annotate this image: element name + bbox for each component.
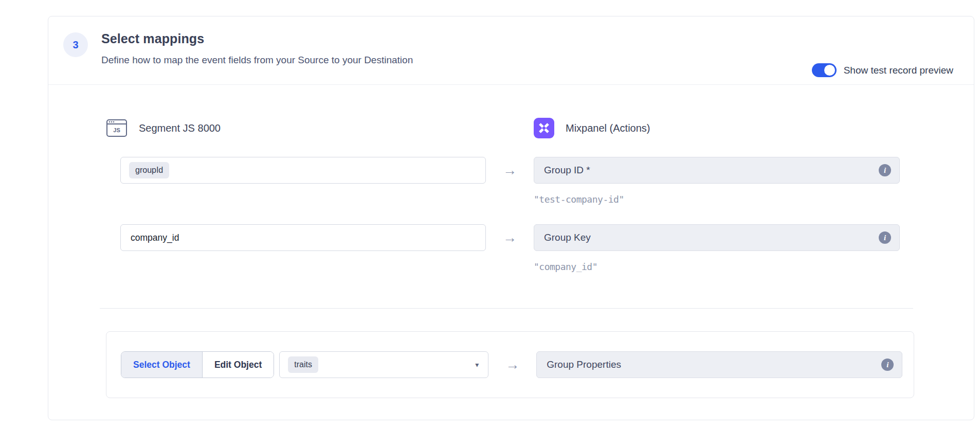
section-divider: [100, 308, 913, 309]
svg-text:JS: JS: [113, 127, 120, 133]
mixpanel-icon: [534, 118, 554, 138]
page-subtitle: Define how to map the event fields from …: [101, 55, 413, 66]
page-title: Select mappings: [101, 31, 413, 46]
dest-field-group-properties: Group Properties i: [536, 351, 902, 378]
info-icon[interactable]: i: [879, 231, 891, 244]
object-mode-segmented-control: Select Object Edit Object: [121, 351, 274, 378]
mappings-body: JS Segment JS 8000 Mixpanel (Actions) gr…: [48, 85, 974, 398]
destination-column-header: Mixpanel (Actions): [534, 117, 900, 139]
spacer: [120, 184, 486, 224]
dest-field-group-key: Group Key i: [534, 224, 900, 251]
select-mappings-card: 3 Select mappings Define how to map the …: [48, 16, 974, 420]
toggle-knob: [824, 65, 835, 76]
test-preview-value: "company_id": [534, 261, 900, 272]
arrow-cell: →: [488, 351, 536, 378]
test-preview-value: "test-company-id": [534, 194, 900, 205]
step-number-badge: 3: [63, 32, 88, 57]
card-header: 3 Select mappings Define how to map the …: [48, 16, 974, 85]
dest-field-label: Group Properties: [547, 359, 621, 370]
toggle-label: Show test record preview: [844, 65, 953, 76]
destination-name: Mixpanel (Actions): [566, 122, 650, 134]
dest-field-group-id: Group ID * i: [534, 157, 900, 184]
source-text-value: company_id: [129, 232, 179, 243]
source-field-input-group-key[interactable]: company_id: [120, 224, 486, 251]
source-token[interactable]: groupId: [129, 162, 169, 178]
spacer: [486, 251, 534, 292]
show-test-record-preview-toggle[interactable]: [812, 63, 837, 77]
dest-field-label: Group ID *: [544, 165, 590, 176]
header-text: Select mappings Define how to map the ev…: [101, 31, 413, 66]
arrow-cell: →: [486, 224, 534, 251]
info-icon[interactable]: i: [879, 164, 891, 176]
chevron-down-icon: ▾: [475, 361, 479, 369]
edit-object-button[interactable]: Edit Object: [203, 352, 274, 378]
source-column-header: JS Segment JS 8000: [106, 117, 486, 139]
select-object-button[interactable]: Select Object: [121, 352, 203, 378]
info-icon[interactable]: i: [881, 359, 894, 371]
arrow-right-icon: →: [505, 358, 519, 372]
spacer: [486, 117, 534, 157]
arrow-cell: →: [486, 157, 534, 184]
object-mapping-card: Select Object Edit Object traits ▾ → Gro…: [106, 331, 914, 398]
js-browser-icon: JS: [106, 118, 128, 138]
mappings-grid: JS Segment JS 8000 Mixpanel (Actions) gr…: [120, 117, 900, 292]
dropdown-token: traits: [288, 356, 318, 373]
object-source-dropdown[interactable]: traits ▾: [279, 351, 488, 378]
source-field-input-group-id[interactable]: groupId: [120, 157, 486, 184]
spacer: [486, 184, 534, 224]
spacer: [120, 251, 486, 292]
arrow-right-icon: →: [503, 231, 517, 245]
arrow-right-icon: →: [503, 164, 517, 177]
test-record-preview-toggle-group: Show test record preview: [812, 63, 953, 77]
source-name: Segment JS 8000: [139, 122, 221, 134]
dest-field-label: Group Key: [544, 232, 591, 243]
